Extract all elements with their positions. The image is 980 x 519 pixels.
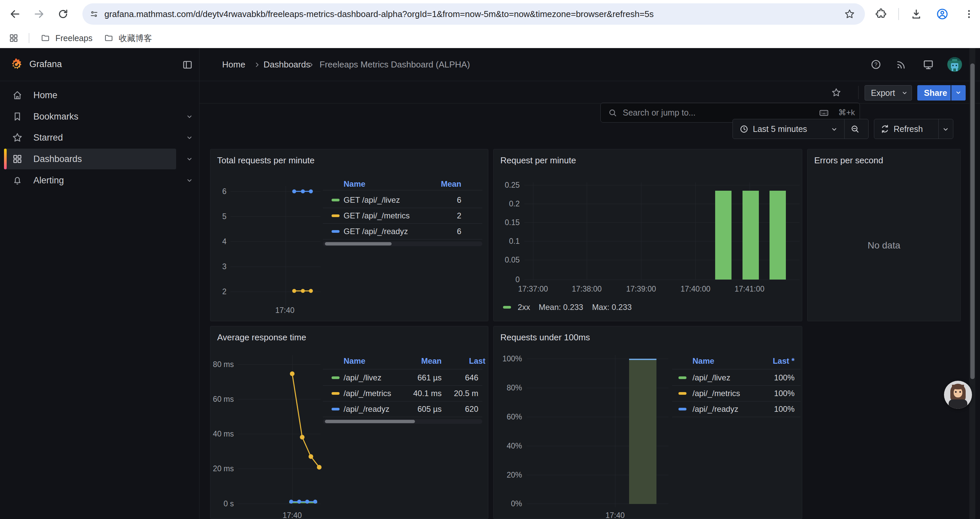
- avatar-eye: [955, 391, 957, 393]
- clock-icon: [740, 125, 749, 134]
- time-range-group: Last 5 minutes: [732, 119, 869, 139]
- y-tick: 40 ms: [210, 429, 234, 439]
- floating-avatar[interactable]: [944, 381, 972, 409]
- sidebar-item-dashboards[interactable]: Dashboards: [0, 149, 199, 169]
- scrollbar-thumb[interactable]: [970, 64, 975, 379]
- address-bar[interactable]: grafana.mathmast.com/d/deytv4rwavabkb/fr…: [83, 3, 865, 25]
- x-tick: 17:39:00: [618, 284, 665, 294]
- legend-series-label: 2xx: [518, 302, 530, 312]
- y-tick: 0: [494, 275, 520, 284]
- x-tick: 17:40:00: [672, 284, 719, 294]
- profile-icon[interactable]: [936, 8, 949, 21]
- refresh-icon[interactable]: [880, 124, 889, 134]
- legend-header-name[interactable]: Name: [344, 357, 365, 366]
- series-color-chip: [332, 230, 340, 233]
- chevron-down-icon: [955, 89, 962, 96]
- site-settings-icon[interactable]: [90, 10, 99, 18]
- bookmark-folder-freeleaps[interactable]: Freeleaps: [56, 28, 92, 48]
- panel-title[interactable]: Average response time: [217, 332, 306, 342]
- brand-label[interactable]: Grafana: [29, 59, 62, 69]
- extensions-icon[interactable]: [875, 8, 886, 20]
- refresh-button[interactable]: Refresh: [894, 119, 923, 139]
- refresh-interval-chevron-icon[interactable]: [942, 125, 950, 133]
- legend-row[interactable]: /api/_/readyz 605 µs 620: [210, 404, 488, 414]
- legend-row[interactable]: /api/_/livez 100%: [494, 373, 802, 383]
- legend-row[interactable]: GET /api/_/metrics 2: [210, 211, 488, 221]
- user-avatar[interactable]: [947, 57, 962, 72]
- sidebar-item-bookmarks[interactable]: Bookmarks: [0, 106, 199, 127]
- sidebar-item-starred[interactable]: Starred: [0, 127, 199, 148]
- forward-icon[interactable]: [33, 8, 45, 20]
- home-icon: [12, 90, 23, 101]
- series-color-chip: [332, 214, 340, 217]
- folder-icon[interactable]: [104, 34, 113, 43]
- download-icon[interactable]: [911, 8, 922, 20]
- bar-2xx: [770, 191, 786, 279]
- bookmarks-bar: Freeleaps 收藏博客: [0, 28, 980, 48]
- panel-title[interactable]: Requests under 100ms: [500, 332, 590, 342]
- legend-header-name[interactable]: Name: [344, 180, 365, 188]
- legend-hscrollbar[interactable]: [323, 241, 482, 246]
- legend-header-mean[interactable]: Mean: [411, 180, 461, 188]
- panel-title[interactable]: Errors per second: [814, 155, 883, 165]
- keyboard-icon: [819, 108, 829, 118]
- url-text[interactable]: grafana.mathmast.com/d/deytv4rwavabkb/fr…: [104, 3, 832, 25]
- scrollbar-thumb[interactable]: [325, 242, 391, 246]
- sidebar-toggle-icon[interactable]: [182, 59, 193, 70]
- help-icon[interactable]: ?: [870, 59, 881, 70]
- panel-title[interactable]: Request per minute: [500, 155, 576, 165]
- scrollbar-thumb[interactable]: [325, 420, 415, 423]
- chevron-down-icon[interactable]: [185, 134, 194, 142]
- y-tick: 3: [210, 262, 226, 271]
- share-menu-button[interactable]: [951, 85, 966, 101]
- reload-icon[interactable]: [57, 8, 69, 20]
- legend-header-last[interactable]: Last *: [469, 357, 486, 366]
- avatar-body: [949, 399, 967, 409]
- panel-avg-response-time: Average response time 80 ms 60 ms 40 ms …: [210, 326, 488, 519]
- zoom-out-icon[interactable]: [850, 124, 859, 134]
- legend-row[interactable]: /api/_/livez 661 µs 646: [210, 373, 488, 383]
- chevron-down-icon[interactable]: [185, 176, 194, 184]
- export-button[interactable]: Export: [865, 85, 912, 101]
- chevron-down-icon[interactable]: [185, 155, 194, 163]
- legend-row[interactable]: 2xx Mean: 0.233 Max: 0.233: [494, 302, 802, 312]
- series-color-chip: [678, 392, 686, 395]
- chevron-down-icon[interactable]: [185, 113, 194, 121]
- dashboards-grid-icon: [12, 153, 23, 164]
- back-icon[interactable]: [10, 8, 21, 20]
- apps-grid-icon[interactable]: [9, 33, 19, 43]
- news-rss-icon[interactable]: [896, 59, 907, 70]
- breadcrumb-dashboards[interactable]: Dashboards: [264, 48, 310, 81]
- legend-row[interactable]: /api/_/readyz 100%: [494, 404, 802, 414]
- series-color-chip: [678, 408, 686, 410]
- legend-mean: Mean: 0.233: [539, 302, 583, 312]
- y-tick: 0.1: [494, 236, 520, 246]
- chevron-down-icon[interactable]: [830, 125, 838, 133]
- sidebar-item-alerting[interactable]: Alerting: [0, 170, 199, 191]
- grafana-logo[interactable]: [10, 57, 23, 72]
- page-scrollbar[interactable]: [969, 48, 975, 519]
- legend-row[interactable]: GET /api/_/livez 6: [210, 195, 488, 205]
- legend-row[interactable]: /api/_/metrics 100%: [494, 388, 802, 398]
- favorite-star-icon[interactable]: [831, 88, 841, 97]
- bookmark-folder-blogs[interactable]: 收藏博客: [119, 28, 152, 48]
- legend-row[interactable]: GET /api/_/readyz 6: [210, 227, 488, 236]
- legend-hscrollbar[interactable]: [323, 419, 482, 424]
- time-range-picker[interactable]: Last 5 minutes: [753, 119, 807, 139]
- actions-divider: [858, 86, 859, 99]
- legend-row[interactable]: /api/_/metrics 40.1 ms 20.5 m: [210, 388, 488, 398]
- share-button[interactable]: Share: [917, 85, 951, 101]
- bookmark-star-icon[interactable]: [844, 9, 855, 19]
- y-tick: 0.2: [494, 199, 520, 208]
- sidebar-selected-bg: [4, 149, 176, 169]
- legend-header-mean[interactable]: Mean: [391, 357, 442, 366]
- legend-header-name[interactable]: Name: [692, 357, 714, 366]
- legend-header-last[interactable]: Last *: [745, 357, 795, 366]
- browser-menu-icon[interactable]: [963, 8, 975, 20]
- breadcrumb-home[interactable]: Home: [222, 48, 245, 81]
- chevron-right-icon: [307, 61, 315, 69]
- panel-title[interactable]: Total requests per minute: [217, 155, 315, 165]
- monitor-icon[interactable]: [923, 59, 934, 70]
- sidebar-item-home[interactable]: Home: [0, 85, 199, 105]
- folder-icon[interactable]: [41, 34, 50, 43]
